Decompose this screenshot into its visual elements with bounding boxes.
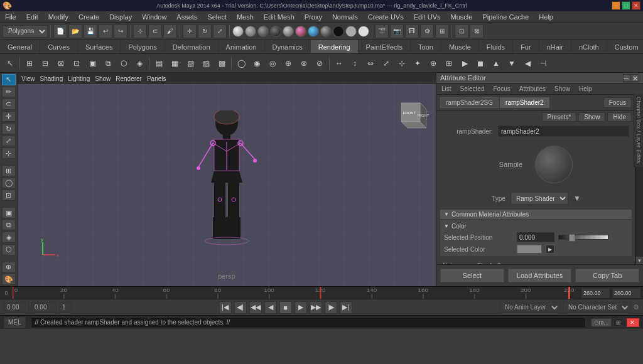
tab-deformation[interactable]: Deformation (165, 40, 219, 53)
tb2-icon-14[interactable]: ◯ (234, 56, 249, 71)
tb-rotate[interactable]: ↻ (198, 24, 212, 38)
lt-icon-6[interactable]: ◈ (2, 232, 16, 243)
lt-paint[interactable]: ✏ (2, 87, 16, 98)
anim-layer-select[interactable]: No Anim Layer (499, 302, 560, 313)
lt-select[interactable]: ↖ (2, 74, 16, 85)
tb-lasso[interactable]: ⊂ (148, 24, 162, 38)
tb-save[interactable]: 💾 (84, 24, 97, 38)
tab-painteffects[interactable]: PaintEffects (359, 40, 411, 53)
lt-icon-3[interactable]: ⊡ (2, 190, 16, 201)
vp-menu-view[interactable]: View (21, 75, 35, 82)
end-time-input[interactable] (612, 288, 640, 298)
position-slider-thumb[interactable] (569, 234, 575, 242)
tb2-icon-13[interactable]: ▩ (214, 56, 229, 71)
presets-button[interactable]: Presets* (542, 112, 577, 122)
tb-icon-a[interactable]: ⊡ (455, 24, 468, 38)
focus-button[interactable]: Focus (603, 97, 632, 108)
tb2-icon-15[interactable]: ◉ (249, 56, 264, 71)
tb2-icon-7[interactable]: ⬡ (116, 56, 131, 71)
show-button[interactable]: Show (578, 112, 605, 122)
shader-tab-main[interactable]: rampShader2 (500, 97, 549, 108)
attr-editor-minimize[interactable]: ─ (623, 74, 630, 82)
lt-transform[interactable]: ⊹ (2, 147, 16, 159)
select-button[interactable]: Select (440, 269, 504, 282)
shading-sphere-8[interactable] (320, 26, 332, 37)
tab-fur[interactable]: Fur (513, 40, 539, 53)
menu-display[interactable]: Display (107, 13, 134, 21)
tab-fluids[interactable]: Fluids (479, 40, 513, 53)
tb-render-3[interactable]: 🎞 (405, 24, 419, 38)
taskbar-icon-2[interactable]: ✕ (627, 318, 639, 327)
tab-polygons[interactable]: Polygons (121, 40, 165, 53)
lt-move[interactable]: ✛ (2, 111, 16, 122)
tb-scale[interactable]: ⤢ (213, 24, 227, 38)
menu-edit-uvs[interactable]: Edit UVs (411, 13, 443, 21)
tb2-icon-33[interactable]: ⊣ (536, 56, 551, 71)
shading-sphere-7[interactable] (308, 26, 319, 37)
tb-select[interactable]: ⊹ (133, 24, 147, 38)
mel-button[interactable]: MEL (4, 317, 26, 328)
tab-curves[interactable]: Curves (40, 40, 78, 53)
menu-create-uvs[interactable]: Create UVs (365, 13, 406, 21)
tb2-icon-10[interactable]: ▦ (167, 56, 182, 71)
tab-muscle[interactable]: Muscle (441, 40, 479, 53)
menu-proxy[interactable]: Proxy (302, 13, 325, 21)
menu-file[interactable]: File (3, 13, 19, 21)
tb2-icon-26[interactable]: ⊕ (426, 56, 441, 71)
playback-back[interactable]: ◀ (264, 301, 277, 314)
menu-edit-mesh[interactable]: Edit Mesh (261, 13, 297, 21)
tab-dynamics[interactable]: Dynamics (265, 40, 311, 53)
tb2-icon-29[interactable]: ◼ (473, 56, 488, 71)
tb-render-1[interactable]: 🎬 (375, 24, 389, 38)
vp-menu-shading[interactable]: Shading (40, 75, 63, 82)
shading-sphere-5[interactable] (283, 26, 294, 37)
tb-undo[interactable]: ↩ (99, 24, 112, 38)
tb2-select-arrow[interactable]: ↖ (3, 56, 18, 71)
lt-icon-8[interactable]: ⊕ (2, 262, 16, 273)
tb-render-5[interactable]: ⊞ (435, 24, 449, 38)
polygon-mode-select[interactable]: Polygons (3, 25, 48, 38)
tb2-icon-12[interactable]: ▨ (198, 56, 213, 71)
tb-render-4[interactable]: ⚙ (420, 24, 434, 38)
menu-mesh[interactable]: Mesh (234, 13, 256, 21)
tb-icon-b[interactable]: ⊠ (470, 24, 484, 38)
shading-sphere-1[interactable] (232, 26, 244, 37)
lt-icon-7[interactable]: ⬡ (2, 244, 16, 255)
color-swatch-btn[interactable]: ▶ (546, 245, 554, 254)
tb2-icon-3[interactable]: ⊠ (53, 56, 68, 71)
lt-icon-4[interactable]: ▣ (2, 207, 16, 218)
attr-editor-close[interactable]: ✕ (632, 74, 639, 82)
playback-end[interactable]: ▶| (340, 301, 352, 314)
tb-paint[interactable]: 🖌 (163, 24, 177, 38)
range-start-field[interactable] (4, 302, 29, 313)
playback-prev-frame[interactable]: ◀◀ (249, 301, 262, 314)
tb-open[interactable]: 📂 (68, 24, 82, 38)
lt-icon-5[interactable]: ⧉ (2, 220, 16, 231)
shading-sphere-11[interactable] (358, 26, 369, 37)
shading-sphere-4[interactable] (270, 26, 281, 37)
lt-rotate[interactable]: ↻ (2, 123, 16, 134)
lt-icon-2[interactable]: ◯ (2, 178, 16, 189)
playback-next-key[interactable]: |▶ (325, 301, 337, 314)
attr-tab-attributes[interactable]: Attributes (517, 85, 548, 93)
tb2-icon-8[interactable]: ◈ (132, 56, 147, 71)
tb2-icon-11[interactable]: ▧ (183, 56, 198, 71)
tb2-icon-5[interactable]: ▣ (85, 56, 100, 71)
menu-select[interactable]: Select (205, 13, 229, 21)
vp-menu-panels[interactable]: Panels (147, 75, 166, 82)
vp-menu-lighting[interactable]: Lighting (68, 75, 90, 82)
tb2-icon-22[interactable]: ⇔ (363, 56, 378, 71)
playback-start[interactable]: |◀ (219, 301, 232, 314)
channel-box-label[interactable]: Channel Box / Layer Editor (634, 94, 643, 167)
close-button[interactable]: ✕ (632, 1, 640, 10)
taskbar-icon-1[interactable]: ⊞ (613, 318, 625, 327)
tab-nhair[interactable]: nHair (539, 40, 571, 53)
range-end-field[interactable] (59, 302, 72, 313)
copy-tab-button[interactable]: Copy Tab (575, 269, 639, 282)
tb2-icon-30[interactable]: ▲ (489, 56, 504, 71)
tb2-icon-6[interactable]: ⧉ (100, 56, 116, 71)
tb2-icon-2[interactable]: ⊟ (38, 56, 53, 71)
selected-color-swatch[interactable] (517, 245, 542, 254)
tb2-icon-18[interactable]: ⊗ (296, 56, 311, 71)
tb2-icon-27[interactable]: ⊞ (441, 56, 457, 71)
